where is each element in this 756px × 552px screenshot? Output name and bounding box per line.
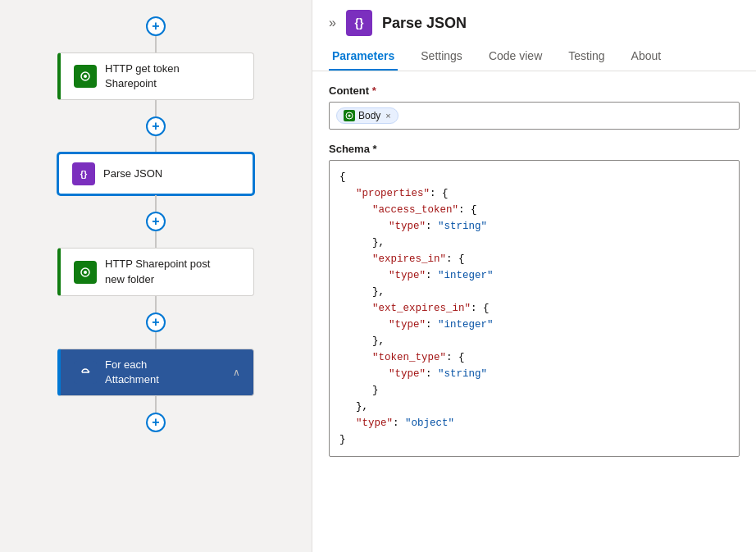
add-button-3[interactable]: + — [146, 212, 166, 231]
tab-content-parameters: Content * Body × Schema * {"properties":… — [312, 71, 756, 552]
add-button-4[interactable]: + — [146, 312, 166, 332]
tabs-bar: Parameters Settings Code view Testing Ab… — [312, 43, 756, 71]
flow-node-http-sharepoint-post[interactable]: HTTP Sharepoint postnew folder — [57, 248, 254, 295]
tab-code-view[interactable]: Code view — [485, 43, 545, 71]
parse-json-label: Parse JSON — [103, 167, 162, 181]
connector-line-6 — [155, 296, 157, 312]
http-sharepoint-label: HTTP Sharepoint postnew folder — [105, 257, 210, 286]
add-button-top[interactable]: + — [146, 16, 166, 36]
flow-node-for-each[interactable]: For eachAttachment ∧ — [57, 349, 254, 396]
collapse-icon[interactable]: ∧ — [233, 367, 240, 378]
content-field-label: Content * — [329, 84, 740, 97]
flow-diagram-panel: + HTTP get tokenSharepoint + {} Parse JS… — [0, 0, 312, 552]
expand-icon[interactable]: » — [329, 16, 336, 30]
connector-top: + — [146, 16, 166, 52]
schema-editor[interactable]: {"properties": {"access_token": {"type":… — [329, 160, 740, 457]
tab-settings[interactable]: Settings — [417, 43, 466, 71]
connector-line-2 — [155, 100, 157, 116]
for-each-icon — [74, 361, 97, 384]
for-each-label: For eachAttachment — [105, 358, 159, 387]
connector-3: + — [146, 195, 166, 248]
panel-icon-symbol: {} — [354, 16, 363, 30]
body-token-badge: Body × — [336, 107, 398, 124]
connector-line-8 — [155, 396, 157, 413]
connector-line-7 — [155, 332, 157, 349]
svg-point-1 — [84, 75, 87, 78]
schema-field-label: Schema * — [329, 143, 740, 155]
connector-line-4 — [155, 195, 157, 212]
body-token-close[interactable]: × — [385, 111, 390, 121]
body-token-icon — [344, 110, 355, 121]
flow-node-http-get-token[interactable]: HTTP get tokenSharepoint — [57, 52, 254, 100]
content-input-field[interactable]: Body × — [329, 102, 740, 130]
add-button-bottom[interactable]: + — [146, 413, 166, 432]
right-panel: » {} Parse JSON Parameters Settings Code… — [312, 0, 756, 552]
http-get-token-label: HTTP get tokenSharepoint — [105, 62, 180, 91]
panel-header: » {} Parse JSON — [312, 0, 756, 43]
tab-parameters[interactable]: Parameters — [329, 43, 398, 71]
http-sharepoint-icon — [74, 261, 97, 284]
panel-title: Parse JSON — [382, 15, 467, 32]
add-button-2[interactable]: + — [146, 116, 166, 136]
svg-point-6 — [348, 115, 351, 117]
schema-required-star: * — [373, 143, 377, 155]
connector-2: + — [146, 100, 166, 153]
parse-json-icon: {} — [72, 162, 95, 185]
http-get-token-icon — [74, 65, 97, 88]
tab-about[interactable]: About — [628, 43, 665, 71]
connector-5: + — [146, 396, 166, 432]
connector-4: + — [146, 296, 166, 349]
body-token-label: Body — [358, 110, 380, 121]
content-required-star: * — [372, 84, 376, 97]
connector-line-5 — [155, 231, 157, 248]
flow-node-parse-json[interactable]: {} Parse JSON — [57, 153, 254, 195]
panel-action-icon: {} — [346, 10, 372, 36]
connector-line-1 — [155, 36, 157, 52]
tab-testing[interactable]: Testing — [565, 43, 608, 71]
flow-container: + HTTP get tokenSharepoint + {} Parse JS… — [0, 8, 312, 440]
svg-point-3 — [84, 271, 87, 274]
connector-line-3 — [155, 136, 157, 153]
